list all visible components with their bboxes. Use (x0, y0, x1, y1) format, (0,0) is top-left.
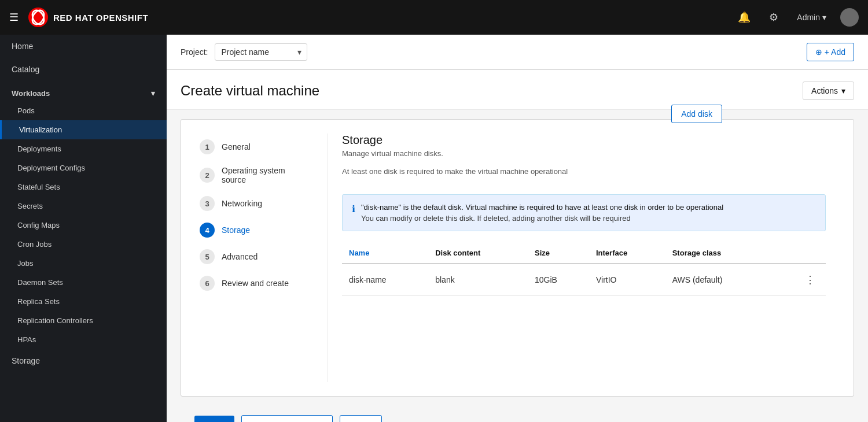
catalog-label: Catalog (12, 65, 39, 74)
cell-disk-content: blank (428, 264, 528, 296)
col-interface: Interface (589, 243, 665, 264)
hamburger-menu[interactable]: ☰ (9, 11, 19, 24)
wizard-step-os-source[interactable]: 2 Operating system source (195, 160, 316, 190)
wizard-step-general[interactable]: 1 General (195, 134, 316, 160)
workloads-label: Workloads (12, 89, 50, 98)
step-5-num: 5 (200, 249, 215, 264)
next-button[interactable]: Next (194, 416, 234, 422)
virtualization-label: Virtualization (19, 125, 62, 134)
avatar[interactable] (840, 8, 859, 27)
topnav-logo-text: RED HAT OPENSHIFT (53, 13, 148, 23)
sidebar-item-deployment-configs[interactable]: Deployment Configs (0, 158, 167, 177)
actions-label: Actions (811, 86, 838, 95)
info-alert: ℹ "disk-name" is the default disk. Virtu… (342, 194, 826, 231)
page-title: Create virtual machine (181, 83, 319, 99)
sidebar-item-daemon-sets[interactable]: Daemon Sets (0, 273, 167, 292)
storage-desc-line2: At least one disk is required to make th… (342, 167, 568, 176)
sidebar-item-config-maps[interactable]: Config Maps (0, 216, 167, 235)
wizard: 1 General 2 Operating system source 3 Ne… (181, 119, 854, 397)
step-1-num: 1 (200, 139, 215, 154)
notifications-icon[interactable]: 🔔 (738, 11, 751, 24)
admin-label: Admin (797, 13, 820, 22)
project-select-wrap[interactable]: Project name (215, 43, 307, 61)
back-button[interactable]: Back (340, 415, 382, 422)
storage-sidebar-label: Storage (12, 356, 40, 365)
pods-label: Pods (17, 106, 35, 115)
add-button[interactable]: ⊕ + Add (807, 43, 854, 61)
step-6-num: 6 (200, 276, 215, 291)
replication-controllers-label: Replication Controllers (17, 316, 93, 325)
row-kebab-button[interactable]: ⋮ (801, 272, 819, 287)
add-disk-button[interactable]: Add disk (671, 105, 722, 123)
topnav: ☰ RED HAT OPENSHIFT 🔔 ⚙ Admin ▾ (0, 0, 868, 35)
step-2-num: 2 (200, 168, 215, 183)
wizard-body: Storage Manage virtual machine disks. At… (328, 134, 840, 382)
storage-desc-line1: Manage virtual machine disks. (342, 149, 568, 158)
storage-title-section: Storage Manage virtual machine disks. At… (342, 134, 568, 185)
replica-sets-label: Replica Sets (17, 297, 60, 306)
cell-disk-name: disk-name (342, 264, 428, 296)
openshift-logo-icon (28, 7, 49, 28)
wizard-step-review[interactable]: 6 Review and create (195, 270, 316, 297)
sidebar-item-hpas[interactable]: HPAs (0, 330, 167, 349)
workloads-chevron-icon: ▾ (151, 89, 155, 98)
sidebar-item-home[interactable]: Home (0, 35, 167, 58)
step-5-label: Advanced (222, 252, 258, 261)
sidebar-item-stateful-sets[interactable]: Stateful Sets (0, 177, 167, 197)
wizard-step-advanced[interactable]: 5 Advanced (195, 243, 316, 270)
disk-table-body: disk-name blank 10GiB VirtIO AWS (defaul… (342, 264, 826, 296)
info-icon: ℹ (352, 203, 355, 214)
cron-jobs-label: Cron Jobs (17, 240, 52, 249)
col-size: Size (528, 243, 589, 264)
sidebar-item-secrets[interactable]: Secrets (0, 197, 167, 216)
sidebar: Home Catalog Workloads ▾ Pods Virtualiza… (0, 35, 167, 422)
cell-kebab-actions[interactable]: ⋮ (773, 264, 826, 296)
admin-user-menu[interactable]: Admin ▾ (797, 13, 826, 22)
alert-main-text: "disk-name" is the default disk. Virtual… (361, 203, 723, 212)
deployments-label: Deployments (17, 145, 61, 153)
sidebar-item-virtualization[interactable]: Virtualization (0, 120, 167, 139)
sidebar-item-catalog[interactable]: Catalog (0, 58, 167, 81)
sidebar-item-replica-sets[interactable]: Replica Sets (0, 292, 167, 311)
storage-header-row: Storage Manage virtual machine disks. At… (342, 134, 826, 185)
step-2-label: Operating system source (222, 166, 311, 184)
add-plus-icon: ⊕ (815, 47, 822, 57)
cancel-button[interactable]: Cancel (389, 416, 424, 422)
step-3-label: Networking (222, 199, 262, 208)
config-maps-label: Config Maps (17, 221, 60, 229)
admin-chevron-icon: ▾ (822, 13, 826, 22)
sidebar-item-cron-jobs[interactable]: Cron Jobs (0, 235, 167, 254)
sidebar-item-replication-controllers[interactable]: Replication Controllers (0, 311, 167, 330)
actions-chevron-icon: ▾ (841, 86, 845, 95)
sidebar-item-storage[interactable]: Storage (0, 349, 167, 372)
table-row: disk-name blank 10GiB VirtIO AWS (defaul… (342, 264, 826, 296)
actions-button[interactable]: Actions ▾ (803, 82, 854, 100)
stateful-sets-label: Stateful Sets (17, 183, 60, 191)
col-storage-class: Storage class (665, 243, 773, 264)
info-text-content: "disk-name" is the default disk. Virtual… (361, 203, 723, 223)
wizard-nav: 1 General 2 Operating system source 3 Ne… (195, 134, 328, 382)
wizard-step-networking[interactable]: 3 Networking (195, 190, 316, 217)
daemon-sets-label: Daemon Sets (17, 278, 63, 287)
col-name: Name (342, 243, 428, 264)
project-label: Project: (181, 47, 208, 57)
settings-icon[interactable]: ⚙ (769, 11, 778, 24)
col-actions (773, 243, 826, 264)
project-select[interactable]: Project name (215, 43, 307, 61)
step-1-label: General (222, 142, 251, 151)
sidebar-item-deployments[interactable]: Deployments (0, 139, 167, 158)
add-label: + Add (825, 47, 845, 57)
review-create-button[interactable]: Review and create (241, 415, 333, 422)
storage-section-title: Storage (342, 134, 568, 147)
logo: RED HAT OPENSHIFT (28, 7, 148, 28)
cell-disk-size: 10GiB (528, 264, 589, 296)
deployment-configs-label: Deployment Configs (17, 164, 85, 172)
home-label: Home (12, 42, 33, 51)
sidebar-section-workloads[interactable]: Workloads ▾ (0, 81, 167, 101)
cell-disk-interface: VirtIO (589, 264, 665, 296)
step-4-label: Storage (222, 225, 250, 235)
sidebar-item-jobs[interactable]: Jobs (0, 254, 167, 273)
sidebar-item-pods[interactable]: Pods (0, 101, 167, 120)
wizard-step-storage[interactable]: 4 Storage (195, 217, 316, 243)
disk-table-header: Name Disk content Size Interface Storage… (342, 243, 826, 264)
